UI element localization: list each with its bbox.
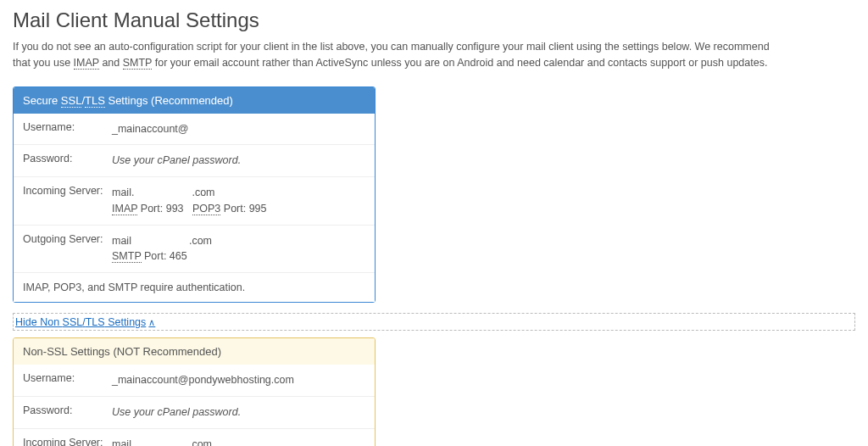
toggle-pre: Hide Non — [15, 316, 63, 328]
outgoing-host-suf: .com — [189, 235, 212, 247]
pop3-port: Port: 995 — [220, 203, 266, 215]
secure-header-post: Settings (Recommended) — [105, 94, 233, 107]
smtp-port: Port: 465 — [142, 250, 187, 262]
outgoing-host-pre: mail — [112, 235, 131, 247]
password-value-text: Use your cPanel password. — [112, 406, 241, 418]
intro-post: for your email account rather than Activ… — [152, 57, 767, 69]
username-value: _mainaccount@pondywebhosting.com — [112, 372, 365, 388]
username-value: _mainaccount@ — [112, 121, 365, 137]
imap-abbr: IMAP — [112, 203, 137, 215]
incoming-host-pre: mail — [112, 438, 131, 447]
incoming-label: Incoming Server: — [23, 437, 112, 447]
toggle-nonssl-button[interactable]: Hide Non SSL/TLS Settings ∧ — [15, 316, 155, 328]
imap-abbr: IMAP — [74, 57, 99, 70]
secure-auth-note: IMAP, POP3, and SMTP require authenticat… — [14, 273, 375, 302]
secure-incoming-row: Incoming Server: mail..com IMAP Port: 99… — [14, 177, 375, 226]
nonssl-panel-header: Non-SSL Settings (NOT Recommended) — [14, 338, 375, 365]
secure-panel-body: Username: _mainaccount@ Password: Use yo… — [14, 114, 375, 303]
chevron-up-icon: ∧ — [148, 317, 155, 328]
page-title: Mail Client Manual Settings — [13, 8, 855, 32]
outgoing-label: Outgoing Server: — [23, 233, 112, 245]
secure-settings-panel: Secure SSL/TLS Settings (Recommended) Us… — [13, 86, 376, 304]
imap-port: Port: 993 — [137, 203, 183, 215]
intro-text: If you do not see an auto-configuration … — [13, 39, 776, 71]
password-value: Use your cPanel password. — [112, 404, 365, 421]
username-label: Username: — [23, 121, 112, 133]
tls-abbr: TLS — [85, 94, 105, 108]
pop3-abbr: POP3 — [192, 203, 220, 215]
secure-password-row: Password: Use your cPanel password. — [14, 145, 375, 177]
secure-username-row: Username: _mainaccount@ — [14, 114, 375, 146]
incoming-value: mail.com IMAP Port: 143 POP3 Port: 110 — [112, 437, 365, 447]
collapse-container: Hide Non SSL/TLS Settings ∧ — [13, 313, 855, 331]
incoming-host-suf: .com — [189, 438, 212, 447]
smtp-abbr: SMTP — [112, 250, 142, 263]
secure-panel-header: Secure SSL/TLS Settings (Recommended) — [14, 87, 375, 114]
password-label: Password: — [23, 404, 112, 416]
ssl-abbr: SSL — [61, 94, 82, 108]
toggle-post: Settings — [105, 316, 147, 328]
nonssl-password-row: Password: Use your cPanel password. — [14, 397, 375, 429]
username-label: Username: — [23, 372, 112, 384]
password-value: Use your cPanel password. — [112, 153, 365, 169]
secure-outgoing-row: Outgoing Server: mail.com SMTP Port: 465 — [14, 226, 375, 274]
incoming-host-pre: mail. — [112, 187, 134, 198]
toggle-ssl: SSL — [63, 316, 83, 328]
password-value-text: Use your cPanel password. — [112, 154, 241, 166]
intro-and: and — [99, 57, 123, 69]
password-label: Password: — [23, 153, 112, 164]
nonssl-username-row: Username: _mainaccount@pondywebhosting.c… — [14, 365, 375, 397]
nonssl-incoming-row: Incoming Server: mail.com IMAP Port: 143… — [14, 429, 375, 447]
smtp-abbr: SMTP — [123, 57, 153, 70]
incoming-value: mail..com IMAP Port: 993 POP3 Port: 995 — [112, 185, 365, 217]
secure-header-pre: Secure — [23, 94, 61, 107]
outgoing-value: mail.com SMTP Port: 465 — [112, 233, 365, 265]
toggle-tls: TLS — [86, 316, 105, 328]
incoming-label: Incoming Server: — [23, 185, 112, 197]
nonssl-settings-panel: Non-SSL Settings (NOT Recommended) Usern… — [13, 337, 376, 446]
incoming-host-suf: .com — [192, 187, 214, 198]
nonssl-panel-body: Username: _mainaccount@pondywebhosting.c… — [14, 365, 375, 446]
